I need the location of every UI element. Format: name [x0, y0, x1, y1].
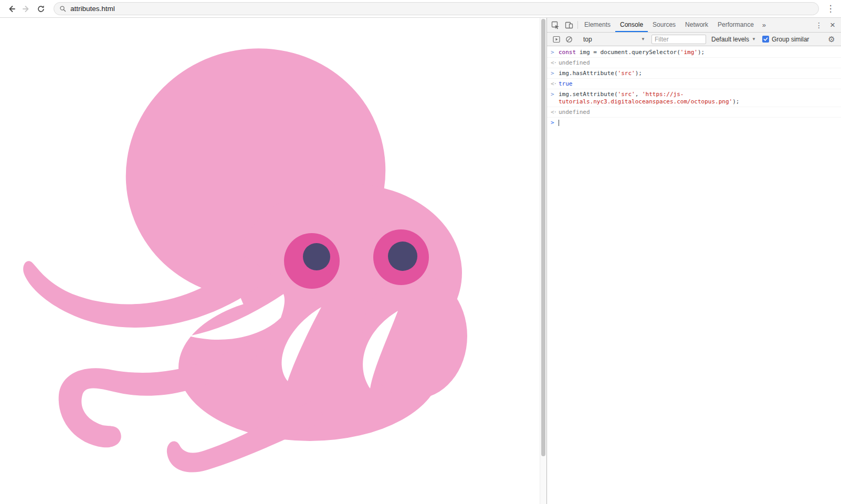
console-entry-text: undefined [559, 59, 837, 67]
device-toolbar-icon [565, 21, 573, 29]
page-scrollbar[interactable] [540, 18, 546, 504]
javascript-context-selector[interactable]: top ▼ [580, 36, 648, 43]
prompt-chevron-icon: > [551, 119, 559, 127]
browser-toolbar: attributes.html ⋮ [0, 0, 841, 18]
devtools-tab-strip: ElementsConsoleSourcesNetworkPerformance… [547, 18, 841, 33]
text-cursor [559, 120, 559, 126]
console-sidebar-icon [553, 36, 560, 43]
console-entry-text: const img = document.querySelector('img'… [559, 49, 837, 56]
console-input-entry: >const img = document.querySelector('img… [547, 47, 841, 58]
console-output: >const img = document.querySelector('img… [547, 46, 841, 504]
clear-console-icon [565, 36, 573, 43]
inspect-cursor-icon [551, 21, 560, 29]
tab-elements[interactable]: Elements [580, 18, 615, 32]
console-entry-text: img.setAttribute('src', 'https://js-tuto… [559, 91, 837, 106]
console-result-entry: <·undefined [547, 58, 841, 68]
search-icon [59, 5, 66, 12]
settings-gear-icon[interactable]: ⚙ [825, 35, 838, 44]
forward-arrow-icon [22, 5, 30, 13]
result-arrow-icon: <· [551, 59, 559, 67]
context-label: top [583, 36, 592, 43]
page-content [0, 18, 546, 504]
devtools-tabs: ElementsConsoleSourcesNetworkPerformance [580, 18, 759, 32]
console-input-entry: >img.setAttribute('src', 'https://js-tut… [547, 89, 841, 107]
devtools-close-button[interactable]: × [826, 18, 839, 32]
device-toolbar-button[interactable] [562, 18, 576, 32]
console-input-entry: >img.hasAttribute('src'); [547, 68, 841, 79]
console-result-entry: <·true [547, 79, 841, 89]
forward-button[interactable] [19, 2, 34, 16]
devtools-panel: ElementsConsoleSourcesNetworkPerformance… [546, 18, 841, 504]
result-arrow-icon: <· [551, 109, 559, 116]
filter-input[interactable] [651, 35, 706, 44]
chevron-down-icon: ▼ [641, 37, 645, 41]
tab-sources[interactable]: Sources [648, 18, 680, 32]
chevron-down-icon: ▼ [752, 37, 756, 41]
prompt-chevron-icon: > [551, 70, 559, 77]
browser-menu-button[interactable]: ⋮ [824, 3, 837, 14]
back-arrow-icon [7, 5, 16, 13]
console-sidebar-toggle-button[interactable] [550, 36, 563, 43]
inspect-element-button[interactable] [549, 18, 562, 32]
octopus-image [0, 18, 540, 504]
url-text: attributes.html [70, 5, 115, 13]
checkbox-checked-icon [762, 36, 769, 43]
group-similar-checkbox[interactable]: Group similar [762, 36, 809, 43]
console-entry-text: undefined [559, 109, 837, 116]
devtools-menu-button[interactable]: ⋮ [812, 18, 826, 32]
tab-network[interactable]: Network [680, 18, 713, 32]
url-bar[interactable]: attributes.html [54, 2, 819, 15]
log-levels-dropdown[interactable]: Default levels ▼ [709, 36, 758, 43]
levels-label: Default levels [711, 36, 749, 43]
prompt-chevron-icon: > [551, 49, 559, 56]
console-prompt-entry[interactable]: > [547, 118, 841, 128]
group-similar-label: Group similar [772, 36, 809, 43]
scrollbar-thumb[interactable] [541, 19, 545, 456]
console-toolbar: top ▼ Default levels ▼ Group similar ⚙ [547, 33, 841, 46]
console-result-entry: <·undefined [547, 107, 841, 118]
back-button[interactable] [4, 2, 19, 16]
result-arrow-icon: <· [551, 80, 559, 88]
octopus-pupil-right [388, 242, 417, 271]
tab-performance[interactable]: Performance [713, 18, 759, 32]
clear-console-button[interactable] [563, 36, 575, 43]
console-entry-text [559, 119, 837, 127]
console-entry-text: true [559, 80, 837, 88]
console-entry-text: img.hasAttribute('src'); [559, 70, 837, 77]
more-tabs-button[interactable]: » [759, 18, 770, 32]
divider [577, 21, 578, 29]
prompt-chevron-icon: > [551, 91, 559, 106]
octopus-pupil-left [303, 243, 330, 270]
reload-button[interactable] [34, 2, 48, 16]
tab-console[interactable]: Console [615, 18, 648, 32]
reload-icon [37, 5, 45, 13]
